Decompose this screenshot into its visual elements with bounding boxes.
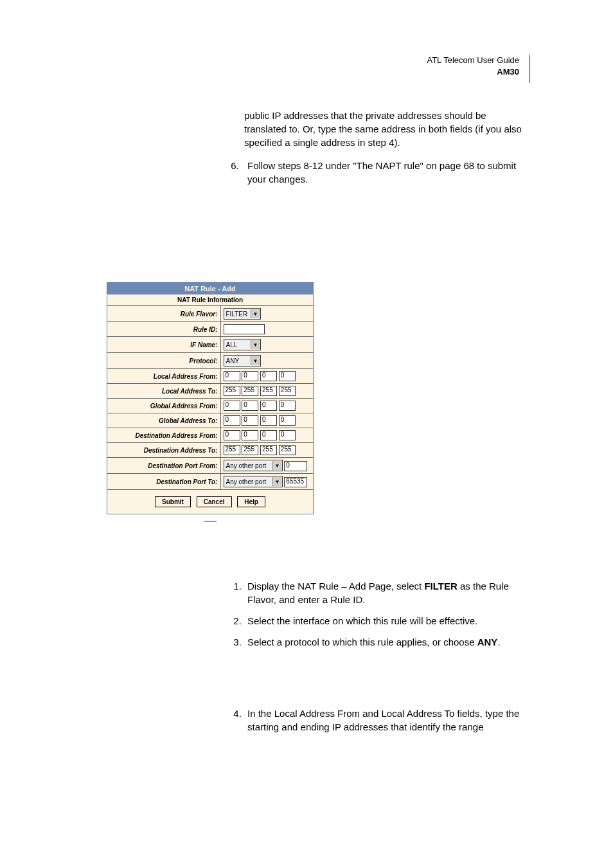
local-to-label: Local Address To: [107,384,220,399]
guide-title: ATL Telecom User Guide [427,55,519,65]
step-list-continued: Follow steps 8-12 under "The NAPT rule" … [225,159,529,186]
global-from-label: Global Address From: [107,399,220,413]
ip-octet-input[interactable]: 0 [279,430,296,440]
rule-id-input[interactable] [224,324,265,334]
chevron-down-icon: ▼ [251,309,260,318]
header-text: ATL Telecom User Guide AM30 [427,55,529,83]
step-6: Follow steps 8-12 under "The NAPT rule" … [244,159,529,186]
dest-to-label: Destination Address To: [107,443,220,458]
chevron-down-icon: ▼ [251,356,260,365]
cancel-button[interactable]: Cancel [197,496,232,507]
ip-octet-input[interactable]: 255 [224,445,240,455]
local-from-label: Local Address From: [107,369,220,384]
ip-octet-input[interactable]: 0 [279,401,296,411]
ip-octet-input[interactable]: 255 [279,386,296,396]
if-name-select[interactable]: ALL ▼ [224,339,261,350]
step-4: In the Local Address From and Local Addr… [244,707,529,734]
ip-octet-input[interactable]: 255 [260,386,277,396]
ip-octet-input[interactable]: 0 [224,415,240,426]
protocol-label: Protocol: [107,353,220,369]
chevron-down-icon: ▼ [272,477,282,486]
figure-caption-rule [0,521,529,521]
dest-from-label: Destination Address From: [107,428,220,443]
ip-octet-input[interactable]: 255 [279,445,296,455]
nat-rule-dialog: NAT Rule - Add NAT Rule Information Rule… [107,282,314,514]
ip-octet-input[interactable]: 255 [242,445,258,455]
step-2: Select the interface on which this rule … [244,614,529,628]
help-button[interactable]: Help [237,496,265,507]
continuation-paragraph: public IP addresses that the private add… [244,109,529,149]
ip-octet-input[interactable]: 0 [224,401,240,411]
submit-button[interactable]: Submit [155,496,191,507]
step-list: Display the NAT Rule – Add Page, select … [225,579,529,734]
ip-octet-input[interactable]: 0 [260,401,277,411]
dport-to-select[interactable]: Any other port ▼ [224,476,283,487]
chevron-down-icon: ▼ [272,461,282,470]
nat-rule-table: Rule Flavor: FILTER ▼ Rule ID: [107,306,313,490]
ip-octet-input[interactable]: 0 [242,430,258,440]
ip-octet-input[interactable]: 0 [242,371,258,381]
dport-from-select[interactable]: Any other port ▼ [224,460,283,471]
protocol-select[interactable]: ANY ▼ [224,355,261,366]
page-header: ATL Telecom User Guide AM30 [84,55,529,83]
if-name-label: IF Name: [107,337,220,353]
dport-to-input[interactable]: 65535 [284,477,307,487]
button-row: Submit Cancel Help [107,490,313,514]
figure-container: NAT Rule - Add NAT Rule Information Rule… [84,282,529,514]
rule-id-label: Rule ID: [107,322,220,337]
ip-octet-input[interactable]: 255 [242,386,258,396]
ip-octet-input[interactable]: 255 [224,386,240,396]
rule-flavor-select[interactable]: FILTER ▼ [224,308,261,320]
ip-octet-input[interactable]: 0 [224,371,240,381]
ip-octet-input[interactable]: 0 [242,415,258,426]
ip-octet-input[interactable]: 0 [260,430,277,440]
step-1: Display the NAT Rule – Add Page, select … [244,579,529,606]
ip-octet-input[interactable]: 0 [260,415,277,426]
ip-octet-input[interactable]: 0 [279,371,296,381]
model-number: AM30 [497,67,519,77]
ip-octet-input[interactable]: 0 [242,401,258,411]
dport-from-label: Destination Port From: [107,458,220,474]
ip-octet-input[interactable]: 0 [260,371,277,381]
ip-octet-input[interactable]: 0 [279,415,296,426]
dialog-subtitle: NAT Rule Information [107,294,313,306]
dport-to-label: Destination Port To: [107,474,220,490]
ip-octet-input[interactable]: 255 [260,445,277,455]
global-to-label: Global Address To: [107,413,220,428]
document-page: ATL Telecom User Guide AM30 public IP ad… [0,0,613,782]
step-3: Select a protocol to which this rule app… [244,635,529,649]
rule-flavor-label: Rule Flavor: [107,306,220,322]
dialog-title: NAT Rule - Add [107,283,313,294]
ip-octet-input[interactable]: 0 [224,430,240,440]
dport-from-input[interactable]: 0 [284,461,307,471]
chevron-down-icon: ▼ [251,340,260,349]
